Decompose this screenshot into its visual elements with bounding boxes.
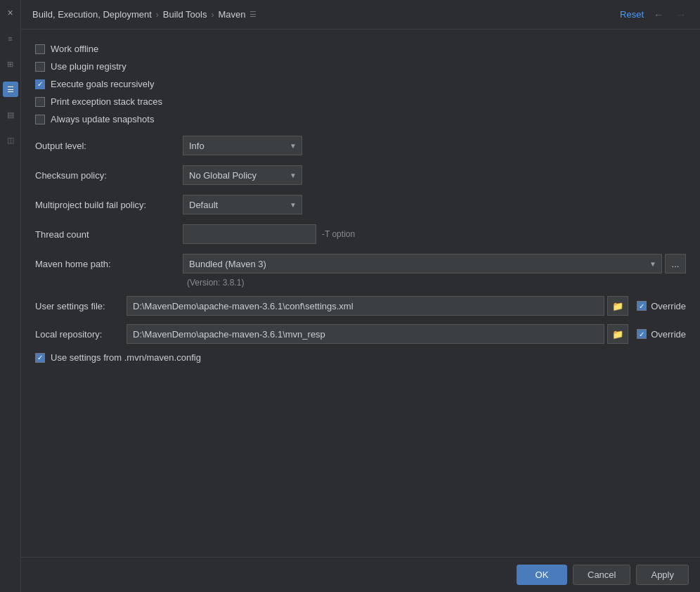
breadcrumb-sep2: ›: [211, 10, 214, 20]
maven-home-label: Maven home path:: [35, 259, 183, 269]
sidebar-icon-2[interactable]: ⊞: [3, 56, 18, 72]
user-settings-label: User settings file:: [35, 301, 127, 311]
local-repository-label: Local repository:: [35, 329, 127, 340]
main-content: Build, Execution, Deployment › Build Too…: [21, 0, 700, 592]
local-repository-override-checkbox[interactable]: [637, 329, 647, 339]
cancel-button[interactable]: Cancel: [573, 565, 630, 585]
use-plugin-registry-label: Use plugin registry: [51, 61, 127, 72]
local-repository-override-wrapper: Override: [637, 329, 686, 340]
breadcrumb: Build, Execution, Deployment › Build Too…: [32, 9, 257, 20]
reset-button[interactable]: Reset: [620, 9, 644, 20]
t-option-label: -T option: [322, 229, 355, 239]
user-settings-override-wrapper: Override: [637, 301, 686, 311]
work-offline-row: Work offline: [35, 44, 686, 54]
title-bar: Build, Execution, Deployment › Build Too…: [21, 0, 700, 30]
maven-home-select-wrapper: Bundled (Maven 3) Custom... ▼: [183, 254, 662, 274]
always-update-label: Always update snapshots: [51, 114, 154, 124]
form-section: Output level: Info Debug Warn Error ▼ Ch…: [35, 136, 686, 363]
user-settings-browse-button[interactable]: 📁: [607, 296, 628, 316]
multiproject-row: Multiproject build fail policy: Default …: [35, 195, 686, 214]
print-exception-row: Print exception stack traces: [35, 96, 686, 107]
checksum-policy-select-wrapper: No Global Policy Strict Lax Ignore ▼: [183, 165, 302, 185]
always-update-checkbox[interactable]: [35, 115, 45, 124]
local-repository-browse-button[interactable]: 📁: [607, 324, 628, 344]
sidebar-icon-1[interactable]: ≡: [3, 31, 18, 46]
multiproject-select-wrapper: Default At End Never Fast Fail ▼: [183, 195, 302, 214]
apply-button[interactable]: Apply: [636, 565, 689, 585]
output-level-row: Output level: Info Debug Warn Error ▼: [35, 136, 686, 155]
use-plugin-registry-checkbox[interactable]: [35, 62, 45, 72]
local-repository-input[interactable]: [127, 324, 604, 344]
maven-home-row: Maven home path: Bundled (Maven 3) Custo…: [35, 254, 686, 274]
breadcrumb-part3: Maven: [218, 9, 245, 20]
always-update-row: Always update snapshots: [35, 114, 686, 124]
title-actions: Reset ← →: [620, 8, 689, 22]
multiproject-select[interactable]: Default At End Never Fast Fail: [183, 195, 302, 214]
ok-button[interactable]: OK: [517, 565, 567, 585]
print-exception-label: Print exception stack traces: [51, 96, 162, 107]
button-bar: OK Cancel Apply: [21, 557, 700, 592]
local-repository-override-label: Override: [651, 329, 686, 340]
work-offline-checkbox[interactable]: [35, 44, 45, 54]
sidebar-icon-4[interactable]: ▤: [3, 107, 18, 122]
sidebar: × ≡ ⊞ ☰ ▤ ◫: [0, 0, 21, 592]
output-level-select[interactable]: Info Debug Warn Error: [183, 136, 302, 155]
checksum-policy-label: Checksum policy:: [35, 170, 183, 181]
work-offline-label: Work offline: [51, 44, 98, 54]
user-settings-input-wrapper: 📁 Override: [127, 296, 686, 316]
output-level-select-wrapper: Info Debug Warn Error ▼: [183, 136, 302, 155]
breadcrumb-part2[interactable]: Build Tools: [163, 9, 207, 20]
multiproject-label: Multiproject build fail policy:: [35, 200, 183, 210]
maven-home-browse-button[interactable]: ...: [665, 254, 686, 274]
execute-goals-row: Execute goals recursively: [35, 79, 686, 89]
thread-count-label: Thread count: [35, 229, 183, 240]
maven-version-text: (Version: 3.8.1): [187, 278, 686, 288]
local-repository-row: Local repository: 📁 Override: [35, 324, 686, 344]
print-exception-checkbox[interactable]: [35, 97, 45, 107]
back-arrow[interactable]: ←: [651, 8, 666, 22]
execute-goals-checkbox[interactable]: [35, 79, 45, 89]
close-icon[interactable]: ×: [6, 6, 14, 20]
execute-goals-label: Execute goals recursively: [51, 79, 154, 89]
output-level-label: Output level:: [35, 141, 183, 151]
maven-home-select[interactable]: Bundled (Maven 3) Custom...: [183, 254, 662, 274]
use-plugin-registry-row: Use plugin registry: [35, 61, 686, 72]
sidebar-icon-5[interactable]: ◫: [3, 132, 18, 148]
user-settings-row: User settings file: 📁 Override: [35, 296, 686, 316]
local-repository-input-wrapper: 📁 Override: [127, 324, 686, 344]
user-settings-override-label: Override: [651, 301, 686, 311]
thread-count-input[interactable]: [183, 224, 316, 244]
use-settings-mvn-row: Use settings from .mvn/maven.config: [35, 352, 686, 363]
breadcrumb-sep1: ›: [156, 10, 159, 20]
thread-count-row: Thread count -T option: [35, 224, 686, 244]
checksum-policy-row: Checksum policy: No Global Policy Strict…: [35, 165, 686, 185]
use-settings-mvn-label: Use settings from .mvn/maven.config: [51, 352, 201, 363]
sidebar-icon-3[interactable]: ☰: [3, 82, 18, 97]
settings-icon[interactable]: ☰: [249, 10, 257, 19]
use-settings-mvn-checkbox[interactable]: [35, 353, 45, 363]
breadcrumb-part1[interactable]: Build, Execution, Deployment: [32, 9, 152, 20]
checksum-policy-select[interactable]: No Global Policy Strict Lax Ignore: [183, 165, 302, 185]
user-settings-input[interactable]: [127, 296, 604, 316]
content-area: Work offline Use plugin registry Execute…: [21, 30, 700, 557]
forward-arrow[interactable]: →: [673, 8, 689, 22]
user-settings-override-checkbox[interactable]: [637, 301, 647, 311]
